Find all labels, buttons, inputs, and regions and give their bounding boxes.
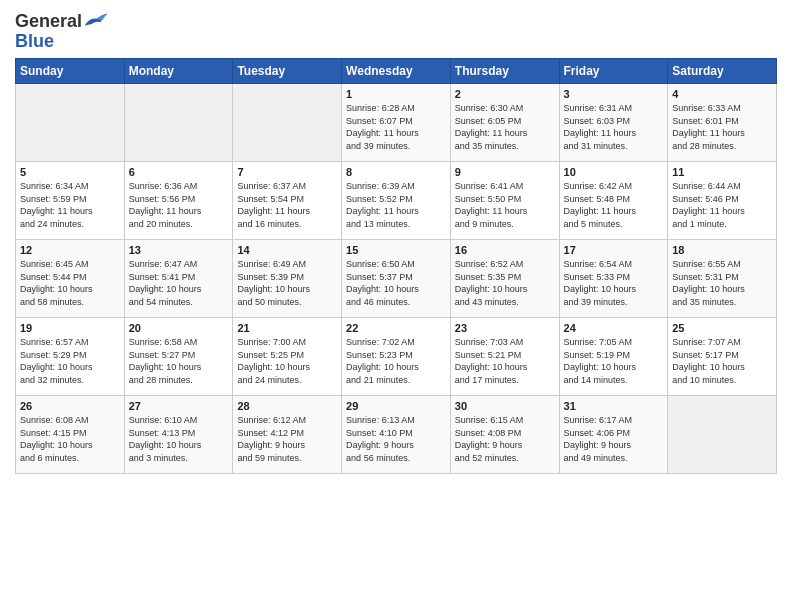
calendar-cell xyxy=(233,84,342,162)
calendar-cell: 10Sunrise: 6:42 AM Sunset: 5:48 PM Dayli… xyxy=(559,162,668,240)
header-area: GeneralBlue xyxy=(15,10,777,50)
calendar-week-5: 26Sunrise: 6:08 AM Sunset: 4:15 PM Dayli… xyxy=(16,396,777,474)
day-info: Sunrise: 6:50 AM Sunset: 5:37 PM Dayligh… xyxy=(346,258,446,308)
calendar-cell: 14Sunrise: 6:49 AM Sunset: 5:39 PM Dayli… xyxy=(233,240,342,318)
calendar-cell: 31Sunrise: 6:17 AM Sunset: 4:06 PM Dayli… xyxy=(559,396,668,474)
day-info: Sunrise: 6:55 AM Sunset: 5:31 PM Dayligh… xyxy=(672,258,772,308)
day-number: 30 xyxy=(455,400,555,412)
day-number: 31 xyxy=(564,400,664,412)
day-info: Sunrise: 6:33 AM Sunset: 6:01 PM Dayligh… xyxy=(672,102,772,152)
day-number: 6 xyxy=(129,166,229,178)
day-number: 15 xyxy=(346,244,446,256)
calendar-cell: 9Sunrise: 6:41 AM Sunset: 5:50 PM Daylig… xyxy=(450,162,559,240)
day-info: Sunrise: 6:12 AM Sunset: 4:12 PM Dayligh… xyxy=(237,414,337,464)
header-day-monday: Monday xyxy=(124,59,233,84)
calendar-week-1: 1Sunrise: 6:28 AM Sunset: 6:07 PM Daylig… xyxy=(16,84,777,162)
calendar-cell: 6Sunrise: 6:36 AM Sunset: 5:56 PM Daylig… xyxy=(124,162,233,240)
calendar-cell: 5Sunrise: 6:34 AM Sunset: 5:59 PM Daylig… xyxy=(16,162,125,240)
calendar-header: SundayMondayTuesdayWednesdayThursdayFrid… xyxy=(16,59,777,84)
day-number: 8 xyxy=(346,166,446,178)
calendar-week-4: 19Sunrise: 6:57 AM Sunset: 5:29 PM Dayli… xyxy=(16,318,777,396)
calendar-cell xyxy=(16,84,125,162)
day-number: 14 xyxy=(237,244,337,256)
header-day-tuesday: Tuesday xyxy=(233,59,342,84)
calendar-cell: 29Sunrise: 6:13 AM Sunset: 4:10 PM Dayli… xyxy=(342,396,451,474)
day-info: Sunrise: 6:31 AM Sunset: 6:03 PM Dayligh… xyxy=(564,102,664,152)
day-number: 25 xyxy=(672,322,772,334)
day-info: Sunrise: 6:15 AM Sunset: 4:08 PM Dayligh… xyxy=(455,414,555,464)
calendar-table: SundayMondayTuesdayWednesdayThursdayFrid… xyxy=(15,58,777,474)
calendar-cell: 21Sunrise: 7:00 AM Sunset: 5:25 PM Dayli… xyxy=(233,318,342,396)
day-info: Sunrise: 7:02 AM Sunset: 5:23 PM Dayligh… xyxy=(346,336,446,386)
day-info: Sunrise: 6:45 AM Sunset: 5:44 PM Dayligh… xyxy=(20,258,120,308)
calendar-cell: 7Sunrise: 6:37 AM Sunset: 5:54 PM Daylig… xyxy=(233,162,342,240)
logo: GeneralBlue xyxy=(15,10,110,50)
calendar-cell: 17Sunrise: 6:54 AM Sunset: 5:33 PM Dayli… xyxy=(559,240,668,318)
calendar-week-3: 12Sunrise: 6:45 AM Sunset: 5:44 PM Dayli… xyxy=(16,240,777,318)
header-row: SundayMondayTuesdayWednesdayThursdayFrid… xyxy=(16,59,777,84)
day-number: 26 xyxy=(20,400,120,412)
day-info: Sunrise: 6:13 AM Sunset: 4:10 PM Dayligh… xyxy=(346,414,446,464)
day-number: 29 xyxy=(346,400,446,412)
day-info: Sunrise: 6:37 AM Sunset: 5:54 PM Dayligh… xyxy=(237,180,337,230)
day-info: Sunrise: 6:36 AM Sunset: 5:56 PM Dayligh… xyxy=(129,180,229,230)
day-info: Sunrise: 7:03 AM Sunset: 5:21 PM Dayligh… xyxy=(455,336,555,386)
calendar-week-2: 5Sunrise: 6:34 AM Sunset: 5:59 PM Daylig… xyxy=(16,162,777,240)
day-info: Sunrise: 6:47 AM Sunset: 5:41 PM Dayligh… xyxy=(129,258,229,308)
calendar-cell: 26Sunrise: 6:08 AM Sunset: 4:15 PM Dayli… xyxy=(16,396,125,474)
day-number: 17 xyxy=(564,244,664,256)
calendar-cell xyxy=(668,396,777,474)
day-info: Sunrise: 6:54 AM Sunset: 5:33 PM Dayligh… xyxy=(564,258,664,308)
day-number: 2 xyxy=(455,88,555,100)
day-info: Sunrise: 6:49 AM Sunset: 5:39 PM Dayligh… xyxy=(237,258,337,308)
day-number: 7 xyxy=(237,166,337,178)
logo-text-general: General xyxy=(15,12,82,30)
day-number: 3 xyxy=(564,88,664,100)
day-number: 28 xyxy=(237,400,337,412)
day-number: 23 xyxy=(455,322,555,334)
day-number: 19 xyxy=(20,322,120,334)
day-number: 11 xyxy=(672,166,772,178)
day-number: 13 xyxy=(129,244,229,256)
day-info: Sunrise: 6:44 AM Sunset: 5:46 PM Dayligh… xyxy=(672,180,772,230)
day-number: 1 xyxy=(346,88,446,100)
calendar-cell: 20Sunrise: 6:58 AM Sunset: 5:27 PM Dayli… xyxy=(124,318,233,396)
calendar-cell: 12Sunrise: 6:45 AM Sunset: 5:44 PM Dayli… xyxy=(16,240,125,318)
day-info: Sunrise: 6:30 AM Sunset: 6:05 PM Dayligh… xyxy=(455,102,555,152)
day-info: Sunrise: 6:08 AM Sunset: 4:15 PM Dayligh… xyxy=(20,414,120,464)
calendar-cell: 16Sunrise: 6:52 AM Sunset: 5:35 PM Dayli… xyxy=(450,240,559,318)
logo-bird-icon xyxy=(82,10,110,32)
day-info: Sunrise: 6:39 AM Sunset: 5:52 PM Dayligh… xyxy=(346,180,446,230)
calendar-cell: 18Sunrise: 6:55 AM Sunset: 5:31 PM Dayli… xyxy=(668,240,777,318)
day-number: 10 xyxy=(564,166,664,178)
day-info: Sunrise: 7:05 AM Sunset: 5:19 PM Dayligh… xyxy=(564,336,664,386)
calendar-cell: 8Sunrise: 6:39 AM Sunset: 5:52 PM Daylig… xyxy=(342,162,451,240)
day-info: Sunrise: 6:42 AM Sunset: 5:48 PM Dayligh… xyxy=(564,180,664,230)
calendar-cell: 15Sunrise: 6:50 AM Sunset: 5:37 PM Dayli… xyxy=(342,240,451,318)
day-info: Sunrise: 6:52 AM Sunset: 5:35 PM Dayligh… xyxy=(455,258,555,308)
day-number: 24 xyxy=(564,322,664,334)
day-info: Sunrise: 6:10 AM Sunset: 4:13 PM Dayligh… xyxy=(129,414,229,464)
day-number: 16 xyxy=(455,244,555,256)
day-info: Sunrise: 6:34 AM Sunset: 5:59 PM Dayligh… xyxy=(20,180,120,230)
calendar-body: 1Sunrise: 6:28 AM Sunset: 6:07 PM Daylig… xyxy=(16,84,777,474)
header-day-friday: Friday xyxy=(559,59,668,84)
day-number: 22 xyxy=(346,322,446,334)
calendar-cell: 22Sunrise: 7:02 AM Sunset: 5:23 PM Dayli… xyxy=(342,318,451,396)
calendar-cell: 13Sunrise: 6:47 AM Sunset: 5:41 PM Dayli… xyxy=(124,240,233,318)
calendar-cell: 24Sunrise: 7:05 AM Sunset: 5:19 PM Dayli… xyxy=(559,318,668,396)
calendar-cell: 1Sunrise: 6:28 AM Sunset: 6:07 PM Daylig… xyxy=(342,84,451,162)
calendar-cell: 25Sunrise: 7:07 AM Sunset: 5:17 PM Dayli… xyxy=(668,318,777,396)
day-number: 5 xyxy=(20,166,120,178)
day-info: Sunrise: 6:58 AM Sunset: 5:27 PM Dayligh… xyxy=(129,336,229,386)
day-number: 20 xyxy=(129,322,229,334)
day-number: 9 xyxy=(455,166,555,178)
logo-text-blue: Blue xyxy=(15,32,110,50)
calendar-container: GeneralBlue SundayMondayTuesdayWednesday… xyxy=(0,0,792,484)
day-info: Sunrise: 6:57 AM Sunset: 5:29 PM Dayligh… xyxy=(20,336,120,386)
calendar-cell: 19Sunrise: 6:57 AM Sunset: 5:29 PM Dayli… xyxy=(16,318,125,396)
day-info: Sunrise: 6:41 AM Sunset: 5:50 PM Dayligh… xyxy=(455,180,555,230)
day-info: Sunrise: 6:28 AM Sunset: 6:07 PM Dayligh… xyxy=(346,102,446,152)
day-number: 4 xyxy=(672,88,772,100)
calendar-cell: 3Sunrise: 6:31 AM Sunset: 6:03 PM Daylig… xyxy=(559,84,668,162)
